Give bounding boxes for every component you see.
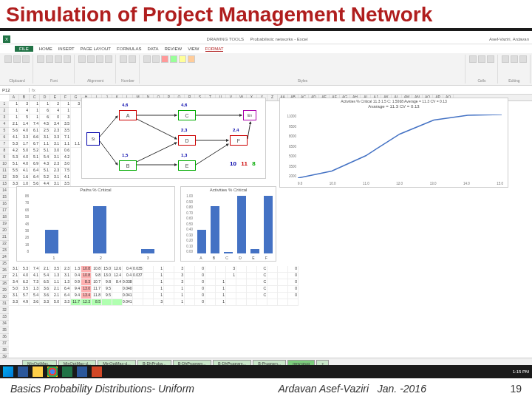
ribbon-group-styles: Styles bbox=[140, 55, 466, 83]
underline-icon[interactable] bbox=[55, 55, 62, 63]
ribbon-group-font: Font bbox=[34, 55, 75, 83]
worksheet[interactable]: ABCDEFGHIJKLMNOPQRSTUVWXYZAAABACADAEAFAG… bbox=[0, 95, 532, 368]
ribbon-group-alignment: Alignment bbox=[75, 55, 116, 83]
slide-title: Simulation of Project Management Network bbox=[0, 0, 532, 27]
chart-activities-yaxis: 1.000.900.800.700.600.500.400.300.200.10… bbox=[183, 194, 193, 253]
sort-icon[interactable] bbox=[511, 55, 518, 63]
footer-center: Ardavan Asef-Vaziri Jan. -2016 bbox=[278, 383, 426, 395]
percent-icon[interactable] bbox=[129, 55, 136, 63]
chart-activities: Activities % Critical 1.000.900.800.700.… bbox=[180, 186, 276, 262]
delete-icon[interactable] bbox=[478, 55, 485, 63]
tab-home[interactable]: HOME bbox=[39, 47, 52, 51]
cut-icon[interactable] bbox=[13, 55, 21, 63]
window-titlebar: X DRAWING TOOLS Probabilistic networks -… bbox=[0, 34, 532, 44]
name-box[interactable]: P12 bbox=[0, 88, 30, 92]
chart-scurve-yaxis: 11000950080006500500035002000 bbox=[282, 115, 296, 178]
chart-scurve-subtitle: Avarage = 11.3 CV = 0.13 bbox=[280, 104, 508, 109]
svg-line-1 bbox=[100, 141, 117, 165]
svg-line-0 bbox=[100, 116, 117, 137]
ppt-taskbar-icon[interactable] bbox=[92, 366, 102, 377]
style-bad-icon[interactable] bbox=[161, 55, 168, 63]
chart-scurve-title: Activities % Critical 11.3 1.5 C: 1.5068… bbox=[280, 98, 508, 104]
start-button[interactable] bbox=[3, 366, 13, 377]
chart-paths-yaxis: 88786858483828188 bbox=[18, 194, 29, 253]
excel-taskbar-icon[interactable] bbox=[62, 366, 72, 377]
style-good-icon[interactable] bbox=[170, 55, 177, 63]
tab-format[interactable]: FORMAT bbox=[205, 47, 224, 52]
taskbar-clock: 1:15 PM bbox=[513, 369, 529, 374]
tab-file[interactable]: FILE bbox=[15, 46, 33, 52]
footer-page: 19 bbox=[510, 383, 522, 395]
ribbon-group-editing: Editing bbox=[499, 55, 531, 83]
fill-icon[interactable] bbox=[64, 55, 71, 63]
fx-label: fx bbox=[30, 88, 38, 92]
ribbon-group-cells: Cells bbox=[466, 55, 498, 83]
tab-view[interactable]: VIEW bbox=[188, 47, 199, 51]
currency-icon[interactable] bbox=[120, 55, 127, 63]
style-neutral-icon[interactable] bbox=[179, 55, 186, 63]
ribbon-tabs: FILE HOME INSERT PAGE LAYOUT FORMULAS DA… bbox=[0, 44, 532, 53]
cond-format-icon[interactable] bbox=[143, 55, 151, 63]
formula-bar: P12 fx bbox=[0, 86, 532, 95]
tab-review[interactable]: REVIEW bbox=[165, 47, 183, 51]
copy-icon[interactable] bbox=[22, 55, 30, 63]
format-icon[interactable] bbox=[487, 55, 494, 63]
format-table-icon[interactable] bbox=[152, 55, 160, 63]
bottom-table: 3.15.37.42.13.52.31.310.810.815.012.60.4… bbox=[9, 266, 299, 306]
footer-left: Basics Probability Distributions- Unifor… bbox=[10, 383, 194, 395]
row-headers: 1234567891011121314151617181920212223242… bbox=[0, 101, 9, 361]
network-diagram: St A C D F B E En 4,6 4,6 2,3 2,4 1,5 1,… bbox=[81, 98, 266, 179]
slide-footer: Basics Probability Distributions- Unifor… bbox=[0, 378, 532, 399]
insert-icon[interactable] bbox=[469, 55, 477, 63]
bold-icon[interactable] bbox=[37, 55, 44, 63]
chart-paths-plot bbox=[30, 194, 171, 253]
chart-activities-title: Activities % Critical bbox=[181, 187, 276, 193]
path-totals: 10 11 8 bbox=[228, 160, 257, 167]
chart-scurve-xaxis: 9.010.011.012.013.014.015.0 bbox=[298, 182, 503, 185]
word-taskbar-icon[interactable] bbox=[77, 366, 87, 377]
align-center-icon[interactable] bbox=[87, 55, 95, 63]
chart-paths-title: Paths % Critical bbox=[17, 187, 174, 193]
chart-paths-xaxis: 123 bbox=[30, 256, 171, 260]
chart-paths: Paths % Critical 88786858483828188 123 bbox=[16, 186, 175, 262]
italic-icon[interactable] bbox=[46, 55, 53, 63]
chart-scurve: Activities % Critical 11.3 1.5 C: 1.5068… bbox=[279, 98, 508, 188]
chrome-icon[interactable] bbox=[47, 366, 58, 377]
svg-line-5 bbox=[137, 143, 177, 162]
merge-icon[interactable] bbox=[105, 55, 112, 63]
tab-pagelayout[interactable]: PAGE LAYOUT bbox=[81, 47, 111, 51]
window-doc-title: DRAWING TOOLS Probabilistic networks - E… bbox=[25, 37, 489, 41]
style-calc-icon[interactable] bbox=[188, 55, 195, 63]
align-left-icon[interactable] bbox=[78, 55, 86, 63]
explorer-icon[interactable] bbox=[33, 366, 43, 377]
chart-scurve-plot bbox=[298, 115, 502, 178]
find-icon[interactable] bbox=[519, 55, 527, 63]
ribbon: Clipboard Font Alignment Number Styles C… bbox=[0, 53, 532, 86]
sum-icon[interactable] bbox=[502, 55, 509, 63]
excel-icon: X bbox=[3, 35, 10, 43]
tab-data[interactable]: DATA bbox=[147, 47, 158, 51]
svg-line-9 bbox=[248, 122, 250, 139]
window-user: Asef-Vaziri, Ardavan bbox=[489, 37, 529, 41]
chart-activities-plot bbox=[194, 194, 273, 253]
tab-insert[interactable]: INSERT bbox=[58, 47, 75, 51]
ie-icon[interactable] bbox=[18, 366, 28, 377]
svg-line-3 bbox=[137, 119, 177, 139]
taskbar: 1:15 PM bbox=[0, 365, 532, 378]
svg-line-8 bbox=[196, 144, 228, 165]
tab-formulas[interactable]: FORMULAS bbox=[117, 47, 141, 51]
wrap-icon[interactable] bbox=[96, 55, 103, 63]
ribbon-group-clipboard: Clipboard bbox=[1, 55, 33, 83]
paste-icon[interactable] bbox=[4, 55, 12, 63]
excel-window: X DRAWING TOOLS Probabilistic networks -… bbox=[0, 34, 532, 362]
chart-activities-xaxis: ABCDEF bbox=[194, 256, 273, 260]
title-underline bbox=[0, 28, 532, 31]
ribbon-group-number: Number bbox=[117, 55, 140, 83]
